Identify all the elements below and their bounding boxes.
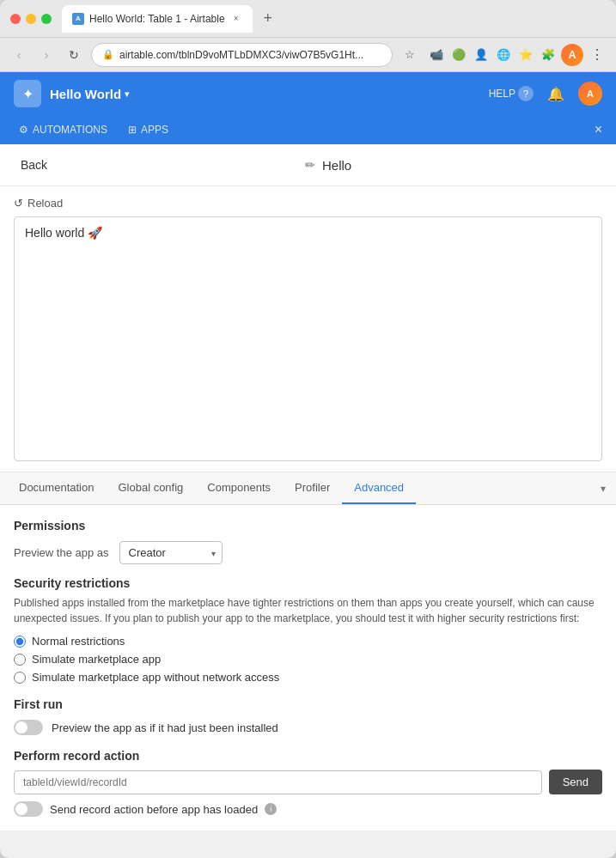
- apps-icon: ⊞: [128, 124, 137, 136]
- automations-icon: ⚙: [19, 124, 28, 136]
- tabs-section: Documentation Global config Components P…: [0, 472, 616, 505]
- panel-title: Hello: [322, 158, 351, 173]
- tab-components[interactable]: Components: [195, 472, 283, 504]
- tab-documentation[interactable]: Documentation: [7, 472, 106, 504]
- apps-nav-item[interactable]: ⊞ APPS: [119, 120, 177, 139]
- app-header: ✦ Hello World ▾ HELP ? 🔔 A: [0, 72, 616, 115]
- address-bar: ‹ › ↻ 🔒 airtable.com/tblnD9voMTLbDMXC3/v…: [0, 38, 616, 72]
- sub-nav-left: ⚙ AUTOMATIONS ⊞ APPS: [10, 120, 177, 139]
- browser-tab[interactable]: A Hello World: Table 1 - Airtable ×: [62, 5, 253, 33]
- address-text: airtable.com/tblnD9voMTLbDMXC3/viwO7B5vG…: [119, 49, 381, 61]
- tabs-bar: Documentation Global config Components P…: [0, 472, 616, 505]
- address-actions: ☆: [399, 45, 420, 65]
- security-section-title: Security restrictions: [14, 576, 602, 590]
- ext-star-icon[interactable]: ⭐: [516, 46, 535, 64]
- send-before-toggle-row: Send record action before app has loaded…: [14, 801, 602, 817]
- user-avatar[interactable]: A: [578, 82, 602, 106]
- title-bar: A Hello World: Table 1 - Airtable × +: [0, 0, 616, 38]
- preview-box: Hello world 🚀: [14, 216, 602, 461]
- help-icon: ?: [518, 86, 534, 101]
- preview-text: Hello world 🚀: [25, 226, 102, 240]
- send-before-label: Send record action before app has loaded: [50, 803, 258, 816]
- panel-title-area: ✏ Hello: [54, 158, 602, 173]
- radio-normal[interactable]: Normal restrictions: [14, 635, 602, 648]
- tab-global-config[interactable]: Global config: [106, 472, 195, 504]
- star-button[interactable]: ☆: [399, 45, 420, 65]
- sub-nav-close-button[interactable]: ×: [591, 119, 606, 141]
- logo-symbol: ✦: [22, 86, 34, 102]
- permissions-title: Permissions: [14, 519, 602, 532]
- content-area: ↺ Reload Hello world 🚀: [0, 186, 616, 472]
- app-content: ✦ Hello World ▾ HELP ? 🔔 A ⚙: [0, 72, 616, 831]
- app-logo-icon: ✦: [14, 80, 41, 107]
- browser-window: A Hello World: Table 1 - Airtable × + ‹ …: [0, 0, 616, 858]
- tab-title: Hello World: Table 1 - Airtable: [89, 13, 225, 25]
- record-id-input[interactable]: [14, 770, 542, 794]
- tab-close-button[interactable]: ×: [230, 13, 242, 25]
- traffic-lights: [10, 14, 52, 24]
- profile-avatar[interactable]: A: [561, 44, 583, 66]
- tab-favicon: A: [72, 13, 84, 25]
- back-button[interactable]: ‹: [9, 45, 29, 65]
- send-before-toggle[interactable]: [14, 801, 43, 817]
- back-button[interactable]: Back: [14, 155, 54, 175]
- tab-profiler[interactable]: Profiler: [283, 472, 342, 504]
- tab-advanced[interactable]: Advanced: [342, 472, 416, 504]
- first-run-toggle-row: Preview the app as if it had just been i…: [14, 720, 602, 735]
- record-input-row: Send: [14, 770, 602, 794]
- radio-marketplace[interactable]: Simulate marketplace app: [14, 653, 602, 666]
- app-title[interactable]: Hello World ▾: [50, 87, 129, 101]
- lock-icon: 🔒: [102, 49, 114, 60]
- preview-as-label: Preview the app as: [14, 546, 109, 559]
- help-button[interactable]: HELP ?: [489, 86, 534, 101]
- radio-no-network-input[interactable]: [14, 672, 26, 684]
- perform-title: Perform record action: [14, 749, 602, 763]
- first-run-toggle[interactable]: [14, 720, 43, 735]
- title-dropdown-icon: ▾: [125, 89, 129, 99]
- minimize-window-button[interactable]: [26, 14, 36, 24]
- automations-nav-item[interactable]: ⚙ AUTOMATIONS: [10, 120, 116, 139]
- automations-label: AUTOMATIONS: [33, 124, 107, 136]
- browser-extensions: 📹 🟢 👤 🌐 ⭐ 🧩 A ⋮: [427, 44, 607, 66]
- app-header-right: HELP ? 🔔 A: [489, 82, 602, 106]
- first-run-toggle-label: Preview the app as if it had just been i…: [52, 721, 278, 734]
- reload-label: Reload: [27, 197, 63, 210]
- reload-button[interactable]: ↺ Reload: [14, 197, 602, 210]
- radio-no-network-label: Simulate marketplace app without network…: [32, 671, 279, 684]
- creator-select-wrapper: Creator Editor Commenter Read-only ▾: [119, 541, 223, 564]
- tabs-chevron-icon[interactable]: ▾: [597, 479, 609, 498]
- radio-marketplace-input[interactable]: [14, 654, 26, 666]
- reload-button[interactable]: ↻: [64, 45, 84, 65]
- tab-bar: A Hello World: Table 1 - Airtable × +: [62, 5, 606, 33]
- address-input[interactable]: 🔒 airtable.com/tblnD9voMTLbDMXC3/viwO7B5…: [91, 43, 393, 67]
- apps-label: APPS: [141, 124, 168, 136]
- ext-puzzle-icon[interactable]: 🧩: [539, 46, 558, 64]
- ext-green-icon[interactable]: 🟢: [449, 46, 468, 64]
- edit-icon: ✏: [305, 158, 315, 172]
- reload-icon: ↺: [14, 197, 23, 210]
- forward-button[interactable]: ›: [36, 45, 57, 65]
- advanced-panel: Permissions Preview the app as Creator E…: [0, 505, 616, 831]
- maximize-window-button[interactable]: [41, 14, 52, 24]
- creator-select[interactable]: Creator Editor Commenter Read-only: [119, 541, 223, 564]
- ext-meet-icon[interactable]: 📹: [427, 46, 446, 64]
- perform-section: Perform record action Send Send record a…: [14, 749, 602, 817]
- close-window-button[interactable]: [10, 14, 21, 24]
- ext-user-icon[interactable]: 👤: [472, 46, 491, 64]
- kebab-menu-button[interactable]: ⋮: [587, 46, 607, 63]
- panel-header: Back ✏ Hello: [0, 144, 616, 186]
- tabs-list: Documentation Global config Components P…: [7, 472, 416, 504]
- ext-globe-icon[interactable]: 🌐: [494, 46, 513, 64]
- preview-as-row: Preview the app as Creator Editor Commen…: [14, 541, 602, 564]
- radio-normal-input[interactable]: [14, 636, 26, 648]
- send-button[interactable]: Send: [549, 770, 602, 794]
- security-radio-group: Normal restrictions Simulate marketplace…: [14, 635, 602, 684]
- info-icon[interactable]: i: [265, 803, 277, 815]
- security-description: Published apps installed from the market…: [14, 595, 602, 626]
- new-tab-button[interactable]: +: [256, 7, 280, 31]
- notifications-button[interactable]: 🔔: [544, 82, 568, 106]
- radio-no-network[interactable]: Simulate marketplace app without network…: [14, 671, 602, 684]
- app-header-left: ✦ Hello World ▾: [14, 80, 129, 107]
- radio-marketplace-label: Simulate marketplace app: [32, 653, 161, 666]
- first-run-title: First run: [14, 697, 602, 711]
